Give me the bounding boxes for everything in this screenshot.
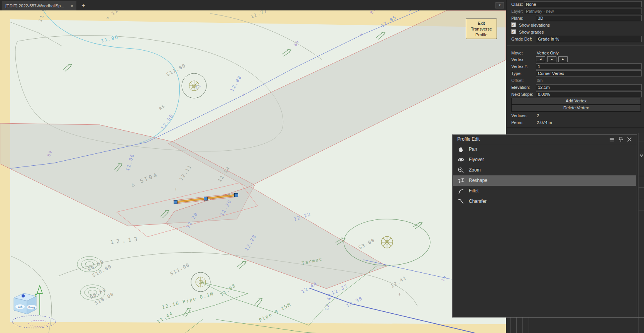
delete-vertex-row: Delete Vertex xyxy=(507,105,644,112)
layer-row: Layer: Pathway - new xyxy=(507,8,644,15)
survey-label: Y xyxy=(35,293,38,297)
palette-title: Profile Edit xyxy=(457,136,480,142)
layer-field: Pathway - new xyxy=(524,8,642,14)
vertex-nav-row: Vertex: ◄ ● ► xyxy=(507,56,644,63)
tool-reshape[interactable]: Reshape xyxy=(453,175,636,186)
add-vertex-button[interactable]: Add Vertex xyxy=(511,98,641,105)
chamfer-line-icon xyxy=(458,198,464,205)
survey-drawing: Left Front xyxy=(0,10,506,333)
elevation-row: Elevation: 12.1m xyxy=(507,84,644,91)
plane-row: Plane: 3D xyxy=(507,15,644,22)
tool-label: Flyover xyxy=(469,155,484,165)
tab-list-dropdown-button[interactable]: ▼ xyxy=(495,2,504,8)
vertex-handle-mid xyxy=(204,197,208,200)
exit-transverse-profile-button[interactable]: Exit Transverse Profile xyxy=(466,19,497,39)
close-icon[interactable] xyxy=(626,136,632,143)
profile-edit-palette: Profile Edit Pan Flyover Zoom xyxy=(452,134,637,318)
tool-fillet[interactable]: Fillet xyxy=(453,186,636,196)
current-vertex-button[interactable]: ● xyxy=(547,56,556,62)
pin-icon[interactable] xyxy=(618,136,624,143)
palette-title-bar[interactable]: Profile Edit xyxy=(453,135,637,144)
elevation-field[interactable]: 12.1m xyxy=(536,84,642,90)
prev-vertex-button[interactable]: ◄ xyxy=(536,56,545,62)
palette-bottom-edge xyxy=(452,317,644,318)
delete-vertex-button[interactable]: Delete Vertex xyxy=(511,105,641,112)
show-elevations-checkbox[interactable]: ✓ xyxy=(511,22,516,27)
document-tab-title: [EDIT] 2022-557-WoodhallSp... xyxy=(5,3,67,8)
add-vertex-row: Add Vertex xyxy=(507,98,644,105)
grade-def-field[interactable]: Grade in % xyxy=(536,36,642,42)
tab-close-icon[interactable]: × xyxy=(70,3,73,9)
class-field[interactable]: None xyxy=(524,1,642,7)
tool-label: Fillet xyxy=(469,186,478,196)
show-grades-checkbox[interactable]: ✓ xyxy=(511,29,516,34)
grade-def-row: Grade Def: Grade in % xyxy=(507,36,644,42)
next-slope-row: Next Slope: 0.00% xyxy=(507,91,644,98)
survey-label: + xyxy=(398,292,402,297)
flyover-orbit-icon xyxy=(458,156,464,163)
next-slope-field[interactable]: 0.00% xyxy=(536,91,642,97)
palette-dock-strip[interactable] xyxy=(638,133,644,333)
vertices-row: Vertices: 2 xyxy=(507,112,644,119)
chevron-down-icon: ▼ xyxy=(498,3,501,7)
document-tab[interactable]: [EDIT] 2022-557-WoodhallSp... × xyxy=(2,1,76,10)
vertex-number-row: Vertex #: 1 xyxy=(507,63,644,70)
survey-label: + xyxy=(242,92,246,98)
vertex-type-field[interactable]: Corner Vertex xyxy=(536,70,642,76)
tool-label: Zoom xyxy=(469,165,481,175)
survey-label: + xyxy=(360,32,364,37)
next-vertex-button[interactable]: ► xyxy=(558,56,568,62)
offset-value: 0m xyxy=(537,78,543,83)
survey-label: + xyxy=(228,192,231,197)
new-tab-button[interactable]: + xyxy=(79,1,88,10)
view-cube-left-label: Left xyxy=(18,305,22,308)
tab-bar: [EDIT] 2022-557-WoodhallSp... × + ▼ xyxy=(0,0,506,10)
tool-chamfer[interactable]: Chamfer xyxy=(453,196,636,207)
panel-separator-bottom xyxy=(507,127,644,128)
offset-row: Offset: 0m xyxy=(507,77,644,84)
reshape-polygon-icon xyxy=(458,177,464,184)
move-row: Move: Vertex Only xyxy=(507,49,644,56)
show-grades-row: ✓ Show grades xyxy=(507,29,644,36)
tool-flyover[interactable]: Flyover xyxy=(453,155,636,165)
class-row: Class: None xyxy=(507,1,644,8)
plane-field[interactable]: 3D xyxy=(536,15,642,21)
show-elevations-row: ✓ Show elevations xyxy=(507,22,644,29)
vertex-number-field[interactable]: 1 xyxy=(536,63,642,70)
move-mode-value[interactable]: Vertex Only xyxy=(537,51,559,55)
drawing-canvas[interactable]: Left Front + 11.9911.9411.7711.9612.0412… xyxy=(0,10,506,333)
pan-hand-icon xyxy=(458,146,464,153)
vertices-count: 2 xyxy=(537,113,539,118)
status-strip-ticks xyxy=(506,318,541,333)
tool-pan[interactable]: Pan xyxy=(453,144,636,155)
tool-label: Chamfer xyxy=(469,196,487,207)
fillet-arc-icon xyxy=(458,188,464,194)
vertex-handle-2 xyxy=(235,194,238,197)
panel-separator xyxy=(507,45,644,46)
vertex-type-row: Type: Corner Vertex xyxy=(507,70,644,77)
tool-label: Pan xyxy=(469,144,477,155)
perimeter-value: 2.074 m xyxy=(537,120,552,125)
survey-label: + xyxy=(174,187,178,192)
perimeter-row: Perim: 2.074 m xyxy=(507,119,644,126)
pin-icon xyxy=(639,153,644,158)
palette-menu-icon[interactable] xyxy=(609,136,615,143)
zoom-magnifier-icon xyxy=(458,167,464,173)
tool-zoom[interactable]: Zoom xyxy=(453,165,636,175)
tool-label: Reshape xyxy=(469,175,487,186)
vertex-handle-1 xyxy=(174,200,177,204)
